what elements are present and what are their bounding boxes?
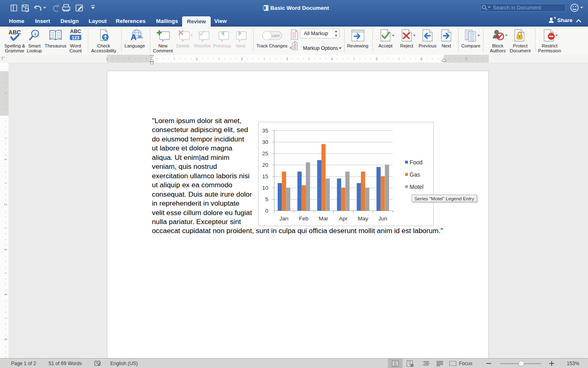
svg-text:Restrict: Restrict: [542, 43, 558, 48]
svg-text:Word: Word: [70, 43, 81, 48]
svg-text:1: 1: [196, 57, 198, 61]
svg-text:ABC: ABC: [9, 29, 21, 36]
svg-text:Markup Options: Markup Options: [303, 45, 338, 51]
svg-text:123: 123: [72, 35, 79, 40]
svg-text:Jun: Jun: [379, 215, 388, 222]
svg-text:Smart: Smart: [28, 43, 41, 48]
svg-text:Language: Language: [125, 43, 145, 48]
svg-text:Block: Block: [492, 43, 503, 48]
svg-text:Gas: Gas: [410, 171, 420, 178]
svg-text:7: 7: [466, 57, 468, 61]
svg-text:New: New: [158, 43, 168, 48]
svg-text:Next: Next: [236, 43, 245, 48]
svg-text:6: 6: [421, 57, 423, 61]
svg-text:Accessibility: Accessibility: [91, 48, 116, 53]
svg-text:30: 30: [262, 139, 268, 145]
svg-text:Track Changes: Track Changes: [256, 43, 288, 48]
svg-text:25: 25: [262, 150, 268, 157]
svg-text:10: 10: [262, 185, 268, 191]
svg-text:20: 20: [262, 162, 268, 168]
svg-text:Authors: Authors: [490, 48, 506, 53]
svg-text:0: 0: [265, 208, 268, 214]
svg-text:Document: Document: [510, 48, 531, 53]
svg-text:Grammar: Grammar: [5, 48, 24, 53]
svg-text:Resolve: Resolve: [194, 43, 211, 48]
svg-text:Lookup: Lookup: [27, 48, 42, 53]
svg-text:1: 1: [106, 57, 108, 61]
svg-text:Jan: Jan: [280, 215, 289, 222]
svg-text:5: 5: [265, 196, 268, 202]
svg-text:Next: Next: [441, 43, 451, 48]
svg-text:35: 35: [262, 128, 268, 134]
svg-text:Food: Food: [410, 159, 423, 166]
svg-text:5: 5: [4, 339, 8, 341]
svg-text:Previous: Previous: [419, 43, 437, 48]
svg-text:Permission: Permission: [538, 48, 561, 53]
svg-text:4: 4: [4, 294, 8, 296]
svg-text:Accept: Accept: [379, 43, 393, 48]
svg-text:Compare: Compare: [461, 43, 480, 48]
svg-text:Thesaurus: Thesaurus: [45, 43, 67, 48]
svg-text:A: A: [131, 33, 136, 42]
svg-text:i: i: [34, 31, 36, 36]
svg-text:May: May: [358, 215, 368, 222]
svg-text:1: 1: [4, 159, 8, 161]
svg-text:Mar: Mar: [319, 215, 329, 222]
svg-text:Delete: Delete: [176, 43, 190, 48]
svg-text:2: 2: [4, 204, 8, 206]
svg-text:Protect: Protect: [513, 43, 528, 48]
svg-text:Comment: Comment: [153, 48, 174, 53]
svg-text:Motel: Motel: [410, 184, 423, 190]
svg-text:Previous: Previous: [213, 43, 231, 48]
svg-text:All Markup: All Markup: [304, 31, 328, 36]
svg-text:5: 5: [376, 57, 378, 61]
svg-text:Apr: Apr: [339, 215, 348, 222]
svg-text:OFF: OFF: [272, 34, 280, 38]
svg-text:Count: Count: [69, 48, 82, 53]
svg-text:2: 2: [241, 57, 243, 61]
svg-text:3: 3: [4, 249, 8, 251]
svg-text:Feb: Feb: [299, 215, 308, 222]
svg-text:15: 15: [262, 173, 268, 180]
svg-text:ABC: ABC: [70, 29, 81, 34]
svg-text:Reject: Reject: [400, 43, 414, 48]
svg-text:4: 4: [331, 57, 333, 61]
svg-text:Reviewing: Reviewing: [347, 43, 368, 48]
svg-text:Check: Check: [97, 43, 110, 48]
svg-text:3: 3: [286, 57, 288, 61]
svg-text:Spelling &: Spelling &: [4, 43, 25, 48]
